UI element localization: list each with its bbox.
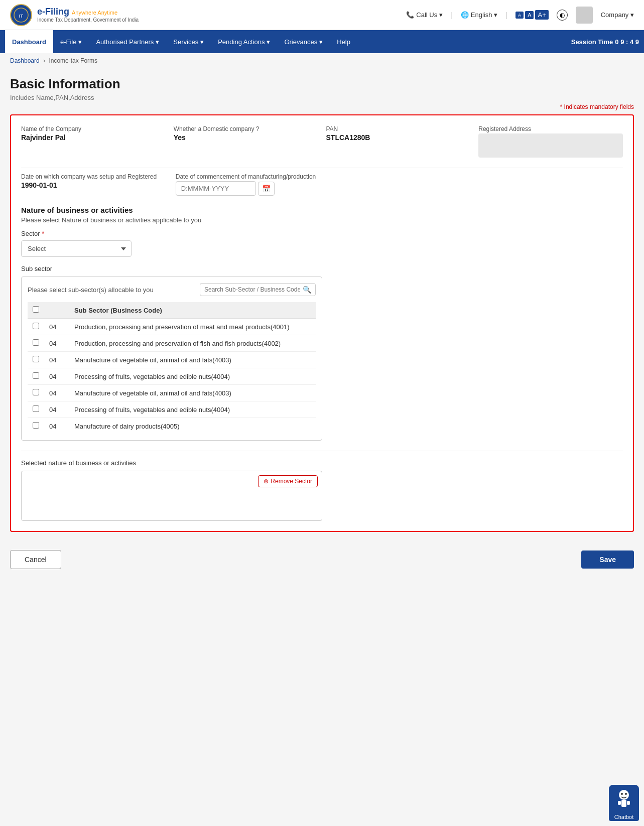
row-code: 04 (44, 352, 69, 368)
selected-title: Selected nature of business or activitie… (21, 459, 623, 467)
top-header: IT e-Filing Anywhere Anytime Income Tax … (0, 0, 644, 30)
page-title: Basic Information (10, 76, 634, 92)
nav-efile[interactable]: e-File ▾ (53, 30, 89, 53)
row-checkbox-cell[interactable] (28, 319, 44, 335)
header-controls: 📞 Call Us ▾ | 🌐 English ▾ | A A A+ ◐ Com… (406, 7, 634, 24)
logo-icon: IT (10, 4, 32, 26)
table-row: 04 Production, processing and preservati… (28, 319, 316, 335)
pan-field: PAN STLCA1280B (326, 125, 471, 158)
row-checkbox-cell[interactable] (28, 352, 44, 368)
row-code: 04 (44, 319, 69, 335)
sector-dropdown[interactable]: Select (21, 240, 132, 257)
sector-label: Sector * (21, 230, 623, 237)
phone-icon: 📞 (406, 11, 414, 19)
pending-chevron-icon: ▾ (267, 38, 270, 46)
breadcrumb-current: Income-tax Forms (49, 57, 97, 64)
row-checkbox-0[interactable] (33, 323, 39, 329)
nav-authorised-partners[interactable]: Authorised Partners ▾ (89, 30, 166, 53)
font-controls: A A A+ (516, 10, 549, 20)
setup-date-field: Date on which company was setup and Regi… (21, 173, 168, 196)
row-checkbox-2[interactable] (33, 356, 39, 362)
registered-address-field: Registered Address (478, 125, 623, 158)
sector-required-star: * (42, 230, 44, 237)
globe-icon: 🌐 (461, 11, 469, 19)
sub-sector-table-wrapper[interactable]: Sub Sector (Business Code) 04 Production… (28, 302, 316, 434)
table-header: Sub Sector (Business Code) (28, 302, 316, 319)
header-description-col: Sub Sector (Business Code) (69, 302, 316, 319)
user-avatar (576, 7, 593, 24)
nav-grievances[interactable]: Grievances ▾ (277, 30, 330, 53)
row-description: Processing of fruits, vegetables and edi… (69, 368, 316, 385)
table-header-row: Sub Sector (Business Code) (28, 302, 316, 319)
language-button[interactable]: 🌐 English ▾ (461, 11, 498, 19)
table-row: 04 Production, processing and preservati… (28, 335, 316, 352)
svg-text:IT: IT (19, 14, 24, 19)
sub-sector-table-body: 04 Production, processing and preservati… (28, 319, 316, 435)
logo-text: e-Filing Anywhere Anytime Income Tax Dep… (37, 7, 139, 24)
calendar-icon-button[interactable]: 📅 (258, 182, 275, 196)
services-chevron-icon: ▾ (200, 38, 204, 46)
user-name[interactable]: Company ▾ (601, 11, 634, 19)
row-checkbox-1[interactable] (33, 339, 39, 346)
search-icon: 🔍 (303, 286, 311, 294)
row-checkbox-4[interactable] (33, 389, 39, 395)
pan-label: PAN (326, 125, 471, 132)
logo-efiling: e-Filing Anywhere Anytime (37, 7, 139, 18)
row-code: 04 (44, 418, 69, 435)
header-checkbox-cell (28, 302, 44, 319)
font-small-button[interactable]: A (516, 12, 524, 19)
company-name-label: Name of the Company (21, 125, 166, 132)
row-description: Production, processing and preservation … (69, 335, 316, 352)
nav-services[interactable]: Services ▾ (166, 30, 211, 53)
font-medium-button[interactable]: A (525, 11, 534, 19)
row-checkbox-cell[interactable] (28, 385, 44, 401)
nature-title: Nature of business or activities (21, 206, 623, 214)
save-button[interactable]: Save (581, 550, 634, 569)
mandatory-note: * Indicates mandatory fields (10, 103, 634, 110)
commence-date-field: Date of commencement of manufacturing/pr… (176, 173, 322, 196)
efile-chevron-icon: ▾ (78, 38, 82, 46)
row-checkbox-3[interactable] (33, 372, 39, 379)
row-code: 04 (44, 385, 69, 401)
registered-address-box (478, 133, 623, 158)
call-us-button[interactable]: 📞 Call Us ▾ (406, 11, 443, 19)
sub-sector-box-title: Please select sub-sector(s) allocable to… (28, 286, 154, 294)
row-checkbox-6[interactable] (33, 422, 39, 429)
nav-help[interactable]: Help (330, 30, 357, 53)
domestic-field: Whether a Domestic company ? Yes (174, 125, 318, 158)
search-input[interactable] (204, 286, 300, 293)
row-description: Manufacture of vegetable oil, animal oil… (69, 385, 316, 401)
breadcrumb-home[interactable]: Dashboard (10, 57, 40, 64)
row-checkbox-cell[interactable] (28, 368, 44, 385)
sub-sector-table: Sub Sector (Business Code) 04 Production… (28, 302, 316, 434)
cancel-button[interactable]: Cancel (10, 550, 61, 569)
sub-sector-header: Please select sub-sector(s) allocable to… (28, 283, 316, 296)
selected-section: Selected nature of business or activitie… (21, 451, 623, 521)
header-code-col (44, 302, 69, 319)
contrast-button[interactable]: ◐ (557, 10, 568, 21)
row-code: 04 (44, 368, 69, 385)
row-code: 04 (44, 401, 69, 418)
row-code: 04 (44, 335, 69, 352)
date-input-group: 📅 (176, 181, 322, 196)
select-all-checkbox[interactable] (33, 306, 39, 313)
row-description: Manufacture of dairy products(4005) (69, 418, 316, 435)
row-checkbox-cell[interactable] (28, 401, 44, 418)
grievances-chevron-icon: ▾ (319, 38, 323, 46)
selected-box: ⊗ Remove Sector (21, 471, 322, 521)
remove-sector-button[interactable]: ⊗ Remove Sector (258, 475, 318, 487)
remove-icon: ⊗ (264, 478, 269, 485)
info-grid-row2: Date on which company was setup and Regi… (21, 168, 623, 196)
nav-dashboard[interactable]: Dashboard (5, 30, 53, 53)
font-large-button[interactable]: A+ (535, 10, 548, 20)
row-checkbox-5[interactable] (33, 405, 39, 412)
commence-date-input[interactable] (176, 181, 256, 196)
row-checkbox-cell[interactable] (28, 335, 44, 352)
row-checkbox-cell[interactable] (28, 418, 44, 435)
commence-label: Date of commencement of manufacturing/pr… (176, 173, 322, 180)
domestic-value: Yes (174, 133, 318, 142)
setup-date-label: Date on which company was setup and Regi… (21, 173, 168, 180)
sub-sector-label: Sub sector (21, 265, 623, 272)
table-row: 04 Manufacture of vegetable oil, animal … (28, 352, 316, 368)
nav-pending-actions[interactable]: Pending Actions ▾ (211, 30, 277, 53)
